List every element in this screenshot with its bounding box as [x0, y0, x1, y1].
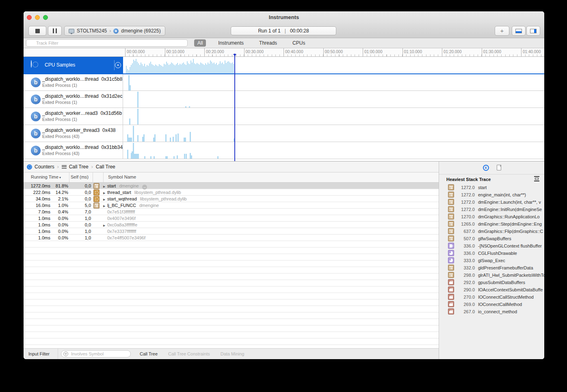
stack-symbol-name: gldPresentFramebufferData	[478, 265, 533, 270]
call-tree-row[interactable]: 1.0ms0.0%1,00x7e3337ffffffff	[24, 228, 439, 235]
track-chart-thread-0x31bb34[interactable]	[125, 142, 544, 159]
column-running-time[interactable]: Running Time▾	[31, 174, 61, 179]
stack-trace-row[interactable]: 336.0CGLFlushDrawable	[439, 250, 544, 257]
symbol-cell: ▶start_wqthreadlibsystem_pthread.dylib	[103, 196, 187, 201]
breadcrumb-item-call-tree[interactable]: Call Tree	[96, 164, 115, 170]
column-divider[interactable]	[103, 172, 104, 182]
stack-trace-row[interactable]: 333.0glSwap_Exec	[439, 257, 544, 264]
track-row-thread-0x31d56b[interactable]: b_dispatch_worker…read3 0x31d56bExited P…	[24, 108, 544, 125]
column-self[interactable]: Self (ms)	[71, 174, 89, 179]
target-chip[interactable]: STOLTM5245 › dmengine (69225)	[64, 26, 165, 36]
stack-trace-row[interactable]: 267.0io_connect_method	[439, 308, 544, 315]
stack-trace-row[interactable]: 292.0gpusSubmitDataBuffers	[439, 279, 544, 286]
stack-trace-row[interactable]: 507.0glfwSwapBuffers	[439, 235, 544, 242]
stack-trace-row[interactable]: 270.0IOConnectCallStructMethod	[439, 293, 544, 301]
call-tree-row[interactable]: 7.0ms0.4%7,00x7e51f3ffffffff	[24, 209, 439, 215]
pause-icon	[53, 28, 57, 33]
call-tree-header: Running Time▾ Self (ms) Symbol Name	[24, 172, 439, 183]
call-tree-row[interactable]: 1.0ms0.0%1,00x7e4ff5007e3496f	[24, 235, 439, 241]
track-row-cpu-samples[interactable]: CPU Samples+	[24, 57, 544, 74]
call-tree-row[interactable]: 1272.0ms81.8%0,0▶startdmengine→	[24, 183, 439, 189]
disclosure-triangle[interactable]: ▶	[103, 192, 107, 195]
column-divider[interactable]	[69, 172, 69, 182]
call-tree-row[interactable]: 222.0ms14.2%0,0▶thread_startlibsystem_pt…	[24, 189, 439, 196]
extended-detail-icon[interactable]: E	[483, 165, 489, 171]
detail-tab-call-tree[interactable]: Call Tree	[140, 351, 158, 356]
sample-bar	[144, 156, 145, 159]
scope-tab-threads[interactable]: Threads	[256, 39, 280, 47]
timeline-ruler[interactable]: 00:00.00000:10.00000:20.00000:30.00000:4…	[24, 48, 544, 57]
toggle-right-pane-button[interactable]	[526, 26, 540, 36]
stack-trace-row[interactable]: 269.0IOConnectCallMethod	[439, 301, 544, 308]
toggle-bottom-pane-button[interactable]	[512, 26, 526, 36]
track-chart-thread-0x31d2ec[interactable]	[125, 91, 544, 108]
call-tree-row[interactable]: 16.0ms1.0%5,0▶lj_BC_FUNCCdmengine	[24, 202, 439, 209]
sample-bar	[185, 106, 186, 108]
self-ms-value: 7,0	[72, 209, 91, 214]
track-row-thread-0x31bb34[interactable]: b_dispatch_worklo…thread 0x31bb34Exited …	[24, 142, 544, 159]
disclosure-triangle[interactable]: ▶	[103, 205, 107, 208]
track-label-thread-0x31d2ec[interactable]: b_dispatch_worklo…thread 0x31d2ecExited …	[24, 91, 123, 108]
track-label-cpu-samples[interactable]: CPU Samples+	[24, 57, 123, 73]
breadcrumb: Counters›Call Tree›Call Tree	[24, 161, 439, 172]
stack-trace-row[interactable]: 336.0-[NSOpenGLContext flushBuffer	[439, 242, 544, 250]
stack-trace-row[interactable]: 1272.0engine_main(int, char**)	[439, 191, 544, 198]
track-label-thread-0x31d56b[interactable]: b_dispatch_worker…read3 0x31d56bExited P…	[24, 108, 123, 125]
disclosure-triangle[interactable]: ▶	[103, 224, 107, 227]
detail-tab-call-tree-constraints[interactable]: Call Tree Constraints	[168, 351, 210, 356]
stack-sample-count: 507.0	[454, 236, 475, 241]
breadcrumb-item-counters[interactable]: Counters	[27, 164, 54, 170]
call-tree-row[interactable]: 34.0ms2.1%0,0▶start_wqthreadlibsystem_pt…	[24, 196, 439, 202]
run-info-icon[interactable]	[497, 165, 501, 170]
track-label-thread-0x31c5b8[interactable]: b_dispatch_worklo…thread 0x31c5b8Exited …	[24, 74, 123, 90]
symbol-name: 0x7e51f3ffffffff	[107, 209, 135, 214]
stop-button[interactable]	[28, 26, 46, 36]
stack-trace-row[interactable]: 332.0gldPresentFramebufferData	[439, 264, 544, 271]
scope-tab-instruments[interactable]: Instruments	[215, 39, 247, 47]
track-label-thread-0x31bb34[interactable]: b_dispatch_worklo…thread 0x31bb34Exited …	[24, 142, 123, 159]
stack-trace-row[interactable]: 1272.0dmEngine::Launch(int, char**, v	[439, 198, 544, 206]
stack-trace-row[interactable]: 1265.0dmEngine::Step(dmEngine::Eng	[439, 220, 544, 228]
track-row-thread-0x31d2ec[interactable]: b_dispatch_worklo…thread 0x31d2ecExited …	[24, 91, 544, 108]
detail-tab-data-mining[interactable]: Data Mining	[221, 351, 245, 356]
scope-tab-all[interactable]: All	[194, 39, 206, 47]
call-tree-row[interactable]: 1.0ms0.0%0,0▶0xc0a8a3fffffffe	[24, 222, 439, 228]
track-chart-thread-0x31c5b8[interactable]	[125, 74, 544, 90]
sample-bar	[169, 65, 169, 73]
sample-bar	[154, 66, 155, 73]
involves-symbol-input[interactable]	[61, 350, 131, 358]
collapse-stack-icon[interactable]	[534, 176, 539, 181]
column-divider[interactable]	[93, 172, 93, 182]
scope-tab-cpus[interactable]: CPUs	[289, 39, 308, 47]
track-label-thread-0x438[interactable]: b_dispatch_worker_thread3 0x438Exited Pr…	[24, 125, 123, 142]
track-row-thread-0x31c5b8[interactable]: b_dispatch_worklo…thread 0x31c5b8Exited …	[24, 74, 544, 91]
track-chart-cpu-samples[interactable]	[125, 57, 544, 73]
add-track-filter-icon[interactable]: +	[115, 62, 121, 68]
disclosure-triangle[interactable]: ▶	[103, 185, 107, 188]
running-time-value: 222.0ms	[24, 190, 50, 195]
sample-bar	[173, 65, 174, 73]
track-row-thread-0x438[interactable]: b_dispatch_worker_thread3 0x438Exited Pr…	[24, 125, 544, 142]
stack-trace-row[interactable]: 298.0glrATI_Hwl_SubmitPacketsWithTo	[439, 271, 544, 279]
stack-trace-row[interactable]: 290.0IOAccelContextSubmitDataBuffe	[439, 286, 544, 293]
playhead-line[interactable]	[234, 54, 235, 161]
sample-bar	[220, 61, 221, 73]
stack-trace-row[interactable]: 1272.0start	[439, 184, 544, 191]
sample-bar	[173, 156, 175, 159]
sample-bar	[233, 64, 234, 73]
track-chart-thread-0x438[interactable]	[125, 125, 544, 142]
stack-trace-row[interactable]: 1272.0dmEngine::InitRun(dmEngineSe	[439, 206, 544, 213]
stack-trace-row[interactable]: 1270.0dmGraphics::RunApplicationLo	[439, 213, 544, 220]
breadcrumb-item-call-tree[interactable]: Call Tree	[62, 164, 89, 170]
sample-bar	[156, 65, 157, 73]
disclosure-triangle[interactable]: ▶	[103, 198, 107, 201]
pause-button[interactable]	[48, 26, 62, 36]
stack-icon-cell	[448, 257, 454, 264]
track-chart-thread-0x31d56b[interactable]	[125, 108, 544, 125]
track-filter-input[interactable]	[26, 39, 188, 47]
add-instrument-button[interactable]: +	[495, 26, 509, 36]
track-name: _dispatch_worker…read3 0x31d56b	[42, 110, 122, 116]
stack-trace-row[interactable]: 637.0dmGraphics::Flip(dmGraphics::C	[439, 228, 544, 235]
call-tree-row[interactable]: 1.0ms0.0%1,00x4007e3496f	[24, 215, 439, 222]
column-symbol-name[interactable]: Symbol Name	[108, 174, 136, 179]
